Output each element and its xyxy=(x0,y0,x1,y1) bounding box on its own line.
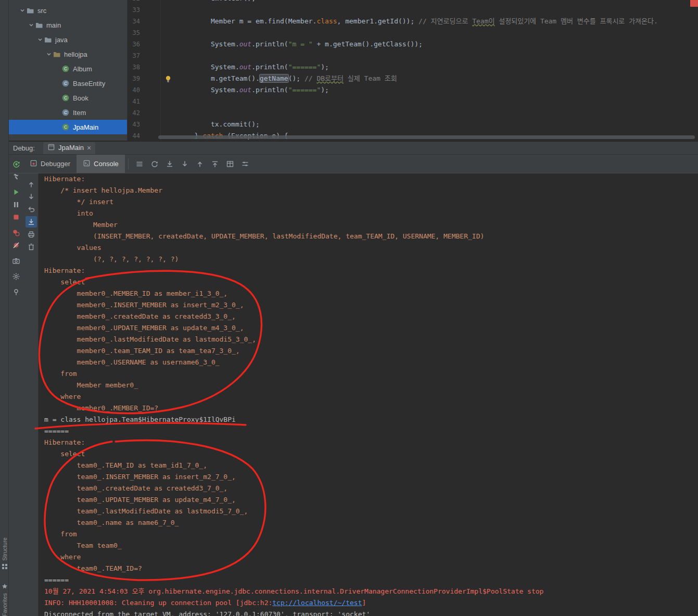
tab-console[interactable]: Console xyxy=(77,155,125,173)
console-line: member0_.createdDate as createdd3_3_0_, xyxy=(39,311,698,322)
tree-item-src[interactable]: src xyxy=(9,3,127,18)
tree-item-book[interactable]: CBook xyxy=(9,91,127,105)
gutter xyxy=(142,4,162,16)
console-jdbc-link[interactable]: tcp://localhost/~/test xyxy=(272,599,362,607)
step-down-icon[interactable] xyxy=(26,191,37,203)
step-up-icon[interactable] xyxy=(26,179,37,190)
console-line: (?, ?, ?, ?, ?, ?, ?) xyxy=(39,254,698,265)
settings-gear-icon[interactable] xyxy=(10,271,22,282)
close-icon[interactable]: × xyxy=(87,145,91,151)
debug-tool-window-header: Debug: JpaMain × xyxy=(9,141,698,155)
code-text: System.out.println("======"); xyxy=(162,84,329,96)
screenshot-icon[interactable] xyxy=(10,255,22,267)
tab-debugger[interactable]: Debugger xyxy=(23,155,77,173)
tree-item-java[interactable]: java xyxy=(9,32,127,47)
editor-horizontal-scrollbar[interactable] xyxy=(158,135,695,139)
chevron-expanded-icon[interactable] xyxy=(36,37,44,42)
console-line: Disconnected from the target VM, address… xyxy=(39,609,698,616)
console-output[interactable]: Hibernate: /* insert hellojpa.Member */ … xyxy=(39,173,698,616)
tree-item-jpamain[interactable]: CJpaMain xyxy=(9,120,127,134)
code-line: 35 xyxy=(128,27,698,39)
menu-icon[interactable] xyxy=(134,158,145,170)
build-icon[interactable] xyxy=(10,171,22,182)
console-line: select xyxy=(39,448,698,460)
rerun-debug-icon[interactable] xyxy=(10,158,22,170)
favorites-star-icon xyxy=(2,583,8,590)
debug-session-tab[interactable]: JpaMain × xyxy=(43,142,95,154)
console-icon xyxy=(83,159,91,169)
tree-item-label: java xyxy=(55,36,68,44)
code-line: 36 System.out.println("m = " + m.getTeam… xyxy=(128,39,698,50)
console-line: from xyxy=(39,529,698,540)
line-number: 34 xyxy=(128,16,142,27)
console-line: where xyxy=(39,551,698,563)
step-up-icon[interactable] xyxy=(194,158,206,170)
up-from-line-icon[interactable] xyxy=(209,158,221,170)
stop-icon[interactable] xyxy=(10,211,22,223)
tab-console-label: Console xyxy=(94,160,119,168)
debug-session-tab-label: JpaMain xyxy=(58,144,84,152)
line-number: 42 xyxy=(128,107,142,119)
chevron-expanded-icon[interactable] xyxy=(45,52,53,57)
resume-icon[interactable] xyxy=(10,186,22,198)
pin-icon[interactable] xyxy=(10,286,22,298)
tree-item-album[interactable]: CAlbum xyxy=(9,61,127,76)
tree-item-item[interactable]: CItem xyxy=(9,105,127,120)
tree-item-main[interactable]: main xyxy=(9,18,127,32)
line-number: 35 xyxy=(128,27,142,39)
console-line: member0_.UPDATE_MEMBER as update_m4_3_0_… xyxy=(39,322,698,334)
console-line: Hibernate: xyxy=(39,265,698,276)
pause-icon[interactable] xyxy=(10,199,22,210)
project-tree[interactable]: srcmainjavahellojpaCAlbumCBaseEntityCBoo… xyxy=(9,0,128,141)
code-text: tx.commit(); xyxy=(162,119,260,130)
table-icon[interactable] xyxy=(224,158,236,170)
tree-item-baseentity[interactable]: CBaseEntity xyxy=(9,76,127,91)
folder-icon xyxy=(26,7,34,14)
editor-code-area[interactable]: 32 em.clear();3334 Member m = em.find(Me… xyxy=(128,0,698,141)
view-breakpoints-icon[interactable] xyxy=(10,227,22,238)
gutter xyxy=(142,39,162,50)
filter-icon[interactable] xyxy=(239,158,251,170)
tree-item-label: JpaMain xyxy=(73,123,98,131)
tree-item-hellojpa[interactable]: hellojpa xyxy=(9,47,127,61)
print-icon[interactable] xyxy=(26,229,37,240)
code-line: 39 m.getTeam().getName(); // DB로부터 실제 Te… xyxy=(128,73,698,84)
tree-item-label: src xyxy=(37,7,46,15)
line-number: 40 xyxy=(128,84,142,96)
code-line: 32 em.clear(); xyxy=(128,0,698,4)
code-text: em.clear(); xyxy=(162,0,256,4)
code-text: System.out.println("======"); xyxy=(162,61,329,73)
console-text: ] xyxy=(362,599,366,607)
console-line: member0_.INSERT_MEMBER as insert_m2_3_0_… xyxy=(39,299,698,311)
clear-all-icon[interactable] xyxy=(26,241,37,253)
class-icon: C xyxy=(61,65,70,72)
gutter xyxy=(142,96,162,107)
console-line: team0_.createdDate as createdd3_7_0_, xyxy=(39,483,698,494)
down-to-line-icon[interactable] xyxy=(164,158,175,170)
console-line: Hibernate: xyxy=(39,173,698,185)
console-line: member0_.team_TEAM_ID as team_tea7_3_0_, xyxy=(39,345,698,357)
step-down-icon[interactable] xyxy=(179,158,191,170)
gutter xyxy=(142,27,162,39)
line-number: 32 xyxy=(128,0,142,4)
console-line: ====== xyxy=(39,574,698,586)
tree-item-label: Album xyxy=(73,65,92,73)
reset-frame-icon[interactable] xyxy=(26,204,37,215)
chevron-expanded-icon[interactable] xyxy=(19,8,26,13)
console-line: (INSERT_MEMBER, createdDate, UPDATE_MEMB… xyxy=(39,231,698,242)
chevron-expanded-icon[interactable] xyxy=(28,22,35,28)
favorites-tool-button[interactable]: Favorites xyxy=(0,583,9,616)
gutter xyxy=(142,119,162,130)
console-line: into xyxy=(39,208,698,219)
code-editor[interactable]: 32 em.clear();3334 Member m = em.find(Me… xyxy=(128,0,698,141)
debug-session-icon xyxy=(47,143,55,153)
scroll-to-end-icon[interactable] xyxy=(26,216,37,228)
folder-icon xyxy=(35,22,43,28)
mute-breakpoints-icon[interactable] xyxy=(10,240,22,251)
structure-tool-button[interactable]: Structure xyxy=(0,537,9,571)
tree-item-label: Item xyxy=(73,109,86,117)
console-line: member0_.MEMBER_ID as member_i1_3_0_, xyxy=(39,288,698,299)
rerun-icon[interactable] xyxy=(149,158,160,170)
console-line: 10월 27, 2021 4:54:03 오후 org.hibernate.en… xyxy=(39,586,698,597)
console-line: team0_.TEAM_ID as team_id1_7_0_, xyxy=(39,460,698,471)
